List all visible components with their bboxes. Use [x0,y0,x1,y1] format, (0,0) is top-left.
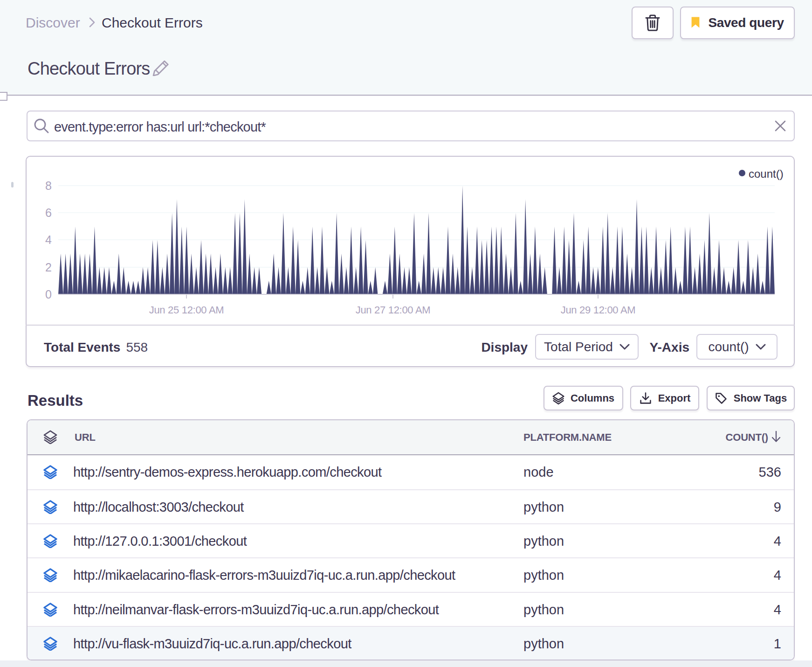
svg-text:Jun 29 12:00 AM: Jun 29 12:00 AM [561,304,636,316]
svg-text:6: 6 [45,206,52,219]
svg-text:Jun 27 12:00 AM: Jun 27 12:00 AM [356,304,431,316]
svg-text:8: 8 [45,179,52,192]
svg-text:2: 2 [45,261,52,274]
svg-text:0: 0 [45,288,52,301]
svg-text:Jun 25 12:00 AM: Jun 25 12:00 AM [149,304,224,316]
svg-text:4: 4 [45,233,52,246]
